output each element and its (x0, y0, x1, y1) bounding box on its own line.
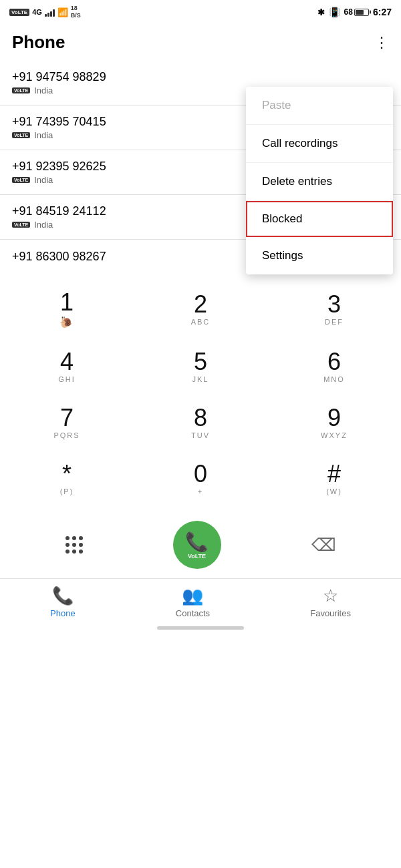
dial-key-8[interactable]: 8 TUV (134, 395, 267, 451)
dial-key-3[interactable]: 3 DEF (267, 280, 401, 339)
dot (65, 543, 70, 547)
signal-bars (45, 7, 55, 17)
dialpad: 1 🐌 2 ABC 3 DEF 4 GHI 5 JKL 6 MNO 7 PQRS (0, 273, 401, 514)
nav-label-contacts: Contacts (176, 608, 210, 618)
dial-key-5[interactable]: 5 JKL (134, 339, 267, 395)
dial-main-2: 2 (194, 292, 207, 316)
battery-icon (354, 9, 369, 16)
volte-badge: VoLTE (9, 9, 29, 16)
dial-sub-2: ABC (191, 318, 211, 327)
status-right: ✱ 📳 68 6:27 (317, 7, 392, 17)
clock: 6:27 (373, 7, 392, 17)
dial-sub-5: JKL (192, 375, 209, 385)
dial-key-2[interactable]: 2 ABC (134, 280, 267, 339)
dot (72, 536, 76, 540)
dial-key-9[interactable]: 9 WXYZ (267, 395, 401, 451)
dial-sub-8: TUV (191, 431, 210, 441)
contact-number: +91 94754 98829 (12, 70, 389, 84)
menu-item-settings[interactable]: Settings (246, 237, 393, 274)
dial-main-1: 1 (60, 290, 74, 314)
network-type: 4G (32, 8, 42, 16)
nav-item-favourites[interactable]: ☆ Favourites (310, 586, 351, 618)
signal-bar-4 (53, 9, 55, 17)
volte-badge-small: VoLTE (12, 132, 30, 138)
volte-badge-small: VoLTE (12, 177, 30, 183)
battery-pct-label: 68 (344, 7, 353, 17)
volte-badge-small: VoLTE (12, 222, 30, 228)
grid-dots-icon (65, 536, 83, 554)
wifi-icon: 📶 (57, 7, 68, 17)
dial-sub-0: + (198, 487, 203, 497)
backspace-icon: ⌫ (311, 535, 336, 555)
backspace-button[interactable]: ⌫ (311, 535, 336, 556)
status-bar: VoLTE 4G 📶 18B/S ✱ 📳 68 6:27 (0, 0, 401, 24)
bottom-actions: 📞 VoLTE ⌫ (0, 514, 401, 578)
dot (72, 550, 76, 554)
partial-contact-number: +91 86300 98267 (12, 250, 106, 264)
dial-main-8: 8 (194, 406, 207, 430)
dial-sub-3: DEF (325, 318, 344, 327)
bluetooth-icon: ✱ (317, 7, 325, 17)
nav-label-favourites: Favourites (310, 608, 351, 618)
dial-key-1[interactable]: 1 🐌 (0, 280, 134, 339)
app-header: Phone ⋮ (0, 24, 401, 61)
dial-main-star: * (62, 462, 72, 486)
grid-dots-button[interactable] (65, 536, 83, 554)
battery-fill (356, 10, 364, 15)
dial-key-hash[interactable]: # (W) (267, 451, 401, 507)
home-indicator (0, 621, 401, 634)
contact-country: India (34, 175, 53, 185)
menu-item-blocked[interactable]: Blocked (246, 201, 393, 237)
volte-badge-small: VoLTE (12, 87, 30, 93)
status-left: VoLTE 4G 📶 18B/S (9, 5, 81, 19)
dial-key-4[interactable]: 4 GHI (0, 339, 134, 395)
call-button[interactable]: 📞 VoLTE (173, 521, 221, 569)
contact-country: India (34, 220, 53, 230)
more-options-button[interactable]: ⋮ (374, 34, 389, 51)
dropdown-menu: Paste Call recordings Delete entries Blo… (246, 87, 393, 274)
nav-label-phone: Phone (50, 608, 76, 618)
dial-sub-6: MNO (323, 375, 345, 385)
dial-main-4: 4 (60, 350, 74, 374)
menu-item-paste[interactable]: Paste (246, 87, 393, 125)
page-title: Phone (12, 32, 65, 53)
signal-bar-1 (45, 14, 47, 17)
dial-sub-star: (P) (60, 487, 74, 497)
dial-key-star[interactable]: * (P) (0, 451, 134, 507)
dial-main-9: 9 (327, 406, 341, 430)
volte-call-label: VoLTE (188, 553, 206, 560)
phone-nav-icon: 📞 (52, 586, 74, 606)
nav-item-phone[interactable]: 📞 Phone (50, 586, 76, 618)
dot (79, 550, 83, 554)
dial-main-7: 7 (60, 406, 74, 430)
dot (72, 543, 76, 547)
dial-sub-hash: (W) (326, 487, 342, 497)
signal-bar-3 (50, 11, 52, 17)
menu-item-call-recordings[interactable]: Call recordings (246, 125, 393, 163)
dot (79, 536, 83, 540)
dial-sub-4: GHI (58, 375, 76, 385)
dot (65, 536, 70, 540)
dial-main-5: 5 (194, 350, 207, 374)
dial-key-0[interactable]: 0 + (134, 451, 267, 507)
dial-main-3: 3 (327, 292, 341, 316)
dialpad-grid: 1 🐌 2 ABC 3 DEF 4 GHI 5 JKL 6 MNO 7 PQRS (0, 280, 401, 507)
dial-key-6[interactable]: 6 MNO (267, 339, 401, 395)
dot (79, 543, 83, 547)
call-button-inner: 📞 VoLTE (185, 531, 209, 560)
dial-key-7[interactable]: 7 PQRS (0, 395, 134, 451)
contact-country: India (34, 85, 53, 95)
bottom-nav: 📞 Phone 👥 Contacts ☆ Favourites (0, 578, 401, 621)
nav-item-contacts[interactable]: 👥 Contacts (176, 586, 210, 618)
contacts-nav-icon: 👥 (182, 586, 203, 606)
menu-item-delete-entries[interactable]: Delete entries (246, 163, 393, 201)
home-bar (157, 626, 244, 630)
dial-main-0: 0 (194, 462, 207, 486)
battery-container: 68 (344, 7, 369, 17)
contact-country: India (34, 130, 53, 140)
signal-bar-2 (47, 13, 49, 17)
dial-main-hash: # (327, 462, 341, 486)
dial-sub-1: 🐌 (59, 316, 74, 329)
data-speed: 18B/S (71, 5, 81, 19)
vibrate-icon: 📳 (329, 7, 340, 17)
